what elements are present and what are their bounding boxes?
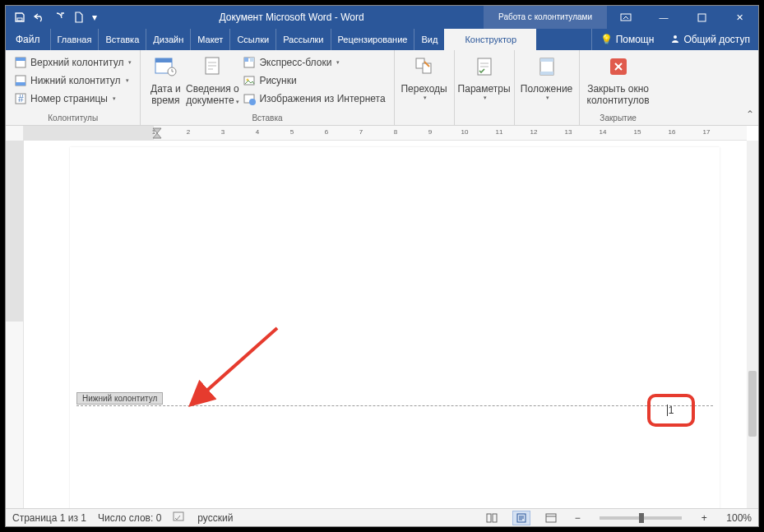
options-icon [471, 55, 498, 81]
status-page[interactable]: Страница 1 из 1 [12, 512, 86, 524]
pictures-button[interactable]: Рисунки [239, 72, 388, 90]
tab-layout[interactable]: Макет [190, 29, 229, 50]
tab-mailings[interactable]: Рассылки [276, 29, 330, 50]
page[interactable]: Нижний колонтитул 1 [70, 147, 720, 508]
quickparts-icon [243, 56, 256, 69]
navigation-icon [411, 55, 438, 81]
svg-rect-0 [17, 18, 22, 21]
tool-tab-group-label: Работа с колонтитулами [484, 6, 607, 29]
status-language[interactable]: русский [197, 512, 233, 524]
ribbon-group-headerfooter: Верхний колонтитул▾ Нижний колонтитул▾ #… [6, 50, 141, 125]
window-title: Документ Microsoft Word - Word [100, 12, 484, 23]
zoom-out-button[interactable]: − [572, 512, 583, 524]
position-icon [534, 55, 560, 81]
datetime-button[interactable]: Дата и время [146, 53, 185, 106]
document-area: L 1234567891011121314151617 Нижний колон… [6, 126, 758, 508]
new-doc-icon[interactable] [70, 8, 88, 26]
qat-customize-icon[interactable]: ▾ [90, 8, 100, 26]
lightbulb-icon: 💡 [600, 34, 613, 45]
group-label: Закрытие [585, 112, 652, 125]
close-x-icon [605, 55, 632, 81]
footer-icon [14, 74, 27, 87]
zoom-in-button[interactable]: + [698, 512, 710, 524]
svg-point-3 [674, 35, 677, 39]
calendar-icon [152, 55, 178, 81]
zoom-slider[interactable] [600, 516, 682, 520]
collapse-ribbon-icon[interactable]: ⌃ [742, 50, 758, 125]
svg-rect-7 [16, 82, 25, 86]
statusbar: Страница 1 из 1 Число слов: 0 русский − … [6, 508, 758, 526]
svg-rect-33 [546, 514, 556, 522]
tab-file[interactable]: Файл [6, 29, 50, 50]
hash-icon: # [14, 92, 27, 105]
horizontal-ruler[interactable]: 1234567891011121314151617 [24, 126, 747, 141]
ribbon-display-options-icon[interactable] [607, 6, 645, 29]
group-label: Вставка [146, 112, 388, 125]
options-button[interactable]: Параметры ▾ [460, 53, 509, 101]
maximize-icon[interactable] [683, 6, 720, 29]
redo-icon[interactable] [50, 8, 68, 26]
page-number-value[interactable]: 1 [669, 405, 674, 416]
ribbon-group-nav: Переходы ▾ [395, 50, 455, 125]
footer-button[interactable]: Нижний колонтитул▾ [11, 72, 132, 90]
picture-icon [243, 74, 256, 87]
svg-point-20 [249, 99, 256, 105]
proofing-icon[interactable] [173, 511, 186, 525]
svg-rect-25 [540, 58, 553, 62]
docinfo-button[interactable]: Сведения о документе▾ [185, 53, 239, 106]
document-info-icon [199, 55, 225, 81]
person-icon [670, 34, 680, 46]
svg-text:#: # [18, 93, 24, 104]
printlayout-view-icon[interactable] [512, 511, 530, 525]
header-icon [14, 56, 27, 69]
readmode-view-icon[interactable] [483, 511, 501, 525]
header-button[interactable]: Верхний колонтитул▾ [11, 53, 135, 72]
svg-rect-2 [698, 14, 706, 21]
pagenumber-button[interactable]: #Номер страницы▾ [11, 90, 119, 108]
ribbon-group-position: Положение ▾ [515, 50, 580, 125]
close-headerfooter-button[interactable]: Закрыть окно колонтитулов [585, 53, 652, 106]
share-label: Общий доступ [683, 34, 750, 45]
ribbon: Верхний колонтитул▾ Нижний колонтитул▾ #… [6, 50, 758, 126]
page-number-highlight: 1 [647, 394, 695, 427]
tab-insert[interactable]: Вставка [98, 29, 146, 50]
ribbon-group-insert: Дата и время Сведения о документе▾ Экспр… [141, 50, 394, 125]
minimize-icon[interactable]: — [645, 6, 683, 29]
onlinepictures-button[interactable]: Изображения из Интернета [239, 90, 388, 108]
tab-home[interactable]: Главная [50, 29, 99, 50]
undo-icon[interactable] [30, 8, 49, 26]
close-icon[interactable]: ✕ [720, 6, 758, 29]
tab-design[interactable]: Дизайн [146, 29, 190, 50]
svg-rect-26 [540, 72, 553, 75]
scrollbar-thumb[interactable] [748, 371, 757, 437]
save-icon[interactable] [11, 8, 29, 26]
online-picture-icon [243, 92, 256, 105]
zoom-level[interactable]: 100% [726, 512, 752, 524]
group-label: Колонтитулы [11, 112, 135, 125]
tell-me-label: Помощн [616, 34, 655, 45]
svg-rect-29 [174, 512, 183, 520]
tab-constructor[interactable]: Конструктор [444, 29, 536, 50]
footer-tag[interactable]: Нижний колонтитул [76, 392, 163, 405]
weblayout-view-icon[interactable] [542, 511, 560, 525]
position-button[interactable]: Положение ▾ [520, 53, 574, 101]
footer-boundary [76, 405, 713, 406]
svg-rect-15 [244, 58, 248, 62]
vertical-scrollbar[interactable] [747, 141, 758, 508]
navigation-button[interactable]: Переходы ▾ [400, 53, 449, 101]
page-viewport[interactable]: Нижний колонтитул 1 [24, 141, 747, 508]
vertical-ruler[interactable] [6, 126, 24, 508]
share-button[interactable]: Общий доступ [662, 29, 758, 50]
svg-rect-1 [621, 14, 631, 21]
svg-rect-30 [487, 514, 491, 522]
tab-review[interactable]: Рецензирование [331, 29, 414, 50]
zoom-slider-thumb[interactable] [639, 513, 644, 523]
svg-rect-31 [493, 514, 497, 522]
tell-me-button[interactable]: 💡 Помощн [591, 29, 663, 50]
titlebar: ▾ Документ Microsoft Word - Word Работа … [6, 6, 758, 29]
status-words[interactable]: Число слов: 0 [98, 512, 161, 524]
tab-view[interactable]: Вид [414, 29, 444, 50]
quickparts-button[interactable]: Экспресс-блоки▾ [239, 53, 388, 72]
tab-references[interactable]: Ссылки [229, 29, 276, 50]
ribbon-tabs: Файл Главная Вставка Дизайн Макет Ссылки… [6, 29, 758, 50]
